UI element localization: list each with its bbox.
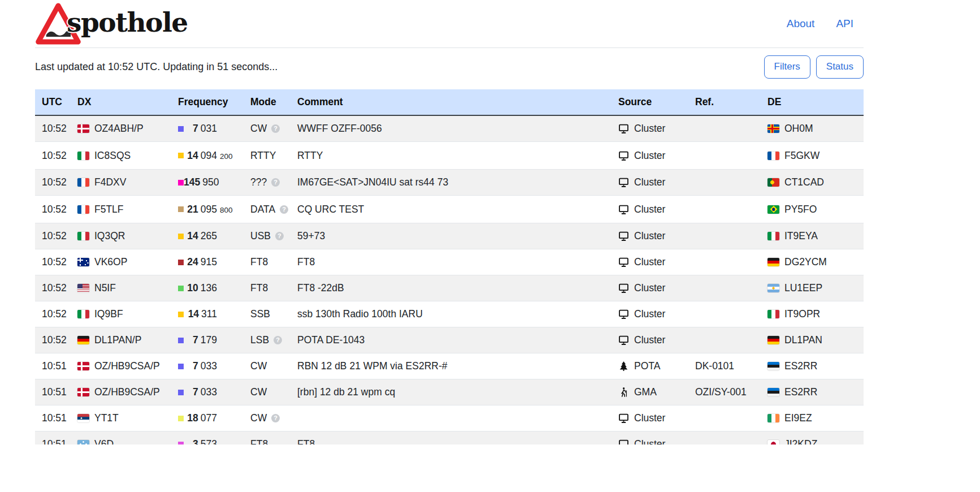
dx-callsign[interactable]: VK6OP xyxy=(94,256,127,269)
de-callsign[interactable]: LU1EEP xyxy=(784,282,822,295)
frequency-mhz: 14 xyxy=(187,150,198,161)
col-header-ref: Ref. xyxy=(690,89,762,115)
frequency-khz: 033 xyxy=(201,386,217,398)
de-callsign[interactable]: OH0M xyxy=(784,122,813,135)
cluster-monitor-icon xyxy=(618,335,629,346)
frequency-khz: 573 xyxy=(201,438,217,444)
nav-api-link[interactable]: API xyxy=(836,18,853,30)
mode-help-icon[interactable]: ? xyxy=(280,205,288,214)
dx-country-flag-icon xyxy=(77,336,89,344)
spot-frequency-cell: 24915 xyxy=(172,249,245,275)
mode-help-icon[interactable]: ? xyxy=(271,124,280,133)
dx-country-flag-icon xyxy=(77,310,89,318)
spot-row: 10:51 OZ/HB9CSA/P 7033 CW RBN 12 dB 21 W… xyxy=(35,353,864,379)
dx-callsign[interactable]: YT1T xyxy=(94,412,119,425)
nav-about-link[interactable]: About xyxy=(787,18,815,30)
spot-frequency-cell: 10136 xyxy=(172,275,245,301)
spot-dx-cell: F5TLF xyxy=(72,196,172,223)
mode-help-icon[interactable]: ? xyxy=(271,178,280,187)
spot-ref xyxy=(690,327,762,353)
gma-hiker-icon xyxy=(618,387,629,398)
frequency-mhz: 18 xyxy=(187,412,198,424)
spot-comment: RBN 12 dB 21 WPM via ES2RR-# xyxy=(292,353,613,379)
spot-utc: 10:52 xyxy=(42,123,67,134)
dx-callsign[interactable]: OZ/HB9CSA/P xyxy=(94,360,160,373)
de-callsign[interactable]: IT9EYA xyxy=(784,230,818,243)
status-button[interactable]: Status xyxy=(816,55,864,79)
dx-callsign[interactable]: F4DXV xyxy=(94,176,126,189)
frequency-khz: 033 xyxy=(201,360,217,372)
de-callsign[interactable]: ES2RR xyxy=(784,386,817,399)
dx-callsign[interactable]: IQ9BF xyxy=(94,308,123,321)
spot-dx-cell: N5IF xyxy=(72,275,172,301)
brand-logo[interactable]: spothole xyxy=(35,1,188,46)
spot-mode-cell: USB ? xyxy=(245,223,292,249)
spot-dx-cell: IQ3QR xyxy=(72,223,172,249)
dx-callsign[interactable]: N5IF xyxy=(94,282,116,295)
dx-callsign[interactable]: F5TLF xyxy=(94,203,124,216)
frequency-mhz: 3 xyxy=(193,438,198,444)
dx-callsign[interactable]: IC8SQS xyxy=(94,149,131,162)
spot-utc-cell: 10:52 xyxy=(35,327,72,353)
cluster-monitor-icon xyxy=(618,309,629,320)
band-marker-icon xyxy=(178,442,184,445)
spot-ref xyxy=(690,405,762,431)
cluster-monitor-icon xyxy=(618,439,629,444)
de-callsign[interactable]: IT9OPR xyxy=(784,308,820,321)
spot-utc: 10:52 xyxy=(42,282,67,294)
frequency-hz xyxy=(220,261,239,263)
spot-dx-cell: DL1PAN/P xyxy=(72,327,172,353)
spot-utc: 10:52 xyxy=(42,150,67,161)
filters-button[interactable]: Filters xyxy=(764,55,810,79)
col-header-mode: Mode xyxy=(245,89,292,115)
de-callsign[interactable]: JI2KDZ xyxy=(784,438,817,444)
spot-comment: IM67GE<SAT>JN04IU sat rs44 73 xyxy=(292,170,613,196)
de-callsign[interactable]: EI9EZ xyxy=(784,412,812,425)
dx-callsign[interactable]: DL1PAN/P xyxy=(94,334,141,347)
spot-row: 10:52 VK6OP 24915 FT8 FT8 xyxy=(35,249,864,275)
spot-frequency: 24915 xyxy=(184,256,217,269)
de-callsign[interactable]: PY5FO xyxy=(784,203,817,216)
spot-comment: POTA DE-1043 xyxy=(292,327,613,353)
dx-callsign[interactable]: V6D xyxy=(94,438,114,444)
spot-mode-cell: FT8 xyxy=(245,275,292,301)
spot-source-label: Cluster xyxy=(634,282,665,295)
band-marker-icon xyxy=(178,180,184,185)
de-callsign[interactable]: F5GKW xyxy=(784,149,819,162)
frequency-mhz: 145 xyxy=(184,176,200,188)
spot-utc-cell: 10:52 xyxy=(35,223,72,249)
de-country-flag-icon xyxy=(767,362,779,370)
col-header-frequency: Frequency xyxy=(172,89,245,115)
spot-ref xyxy=(690,115,762,142)
col-header-source: Source xyxy=(613,89,690,115)
spot-utc: 10:52 xyxy=(42,230,67,241)
de-callsign[interactable]: ES2RR xyxy=(784,360,817,373)
spot-source-label: POTA xyxy=(634,360,660,373)
spot-source-label: Cluster xyxy=(634,176,665,189)
spot-ref xyxy=(690,223,762,249)
dx-callsign[interactable]: OZ4ABH/P xyxy=(94,122,144,135)
cluster-monitor-icon xyxy=(618,204,629,215)
de-callsign[interactable]: CT1CAD xyxy=(784,176,824,189)
status-bar: Last updated at 10:52 UTC. Updating in 5… xyxy=(35,55,864,79)
spot-frequency-cell: 145950 xyxy=(172,170,245,196)
mode-help-icon[interactable]: ? xyxy=(271,414,280,422)
dx-callsign[interactable]: OZ/HB9CSA/P xyxy=(94,386,160,399)
mode-help-icon[interactable]: ? xyxy=(275,232,284,240)
frequency-mhz: 7 xyxy=(193,334,198,346)
frequency-hz: 800 xyxy=(220,202,239,217)
spot-mode-cell: LSB ? xyxy=(245,327,292,353)
mode-help-icon[interactable]: ? xyxy=(274,336,282,344)
spot-de-cell: ES2RR xyxy=(762,379,864,405)
de-callsign[interactable]: DG2YCM xyxy=(784,256,827,269)
frequency-mhz: 24 xyxy=(187,256,198,267)
band-marker-icon xyxy=(178,206,184,212)
spot-frequency-cell: 3573 xyxy=(172,431,245,445)
spot-mode-cell: CW xyxy=(245,379,292,405)
spot-de-cell: IT9EYA xyxy=(762,223,864,249)
col-header-de: DE xyxy=(762,89,864,115)
de-callsign[interactable]: DL1PAN xyxy=(784,334,822,347)
dx-callsign[interactable]: IQ3QR xyxy=(94,230,125,243)
dx-country-flag-icon xyxy=(77,124,89,133)
dx-country-flag-icon xyxy=(77,284,89,292)
